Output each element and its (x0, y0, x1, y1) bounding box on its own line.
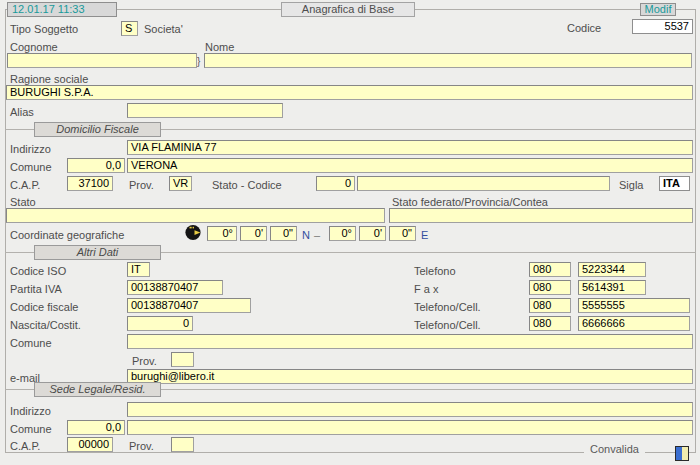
telefono-prefix-field[interactable]: 080 (529, 262, 571, 277)
codice-field[interactable]: 5537 (632, 19, 693, 34)
alias-field[interactable] (127, 103, 283, 118)
stato-codice-name-field[interactable] (357, 176, 610, 191)
cognome-label: Cognome (10, 41, 58, 53)
df-indirizzo-field[interactable]: VIA FLAMINIA 77 (127, 140, 693, 155)
sl-prov-field[interactable] (171, 437, 194, 452)
codice-iso-label: Codice ISO (10, 265, 66, 277)
stato-federato-label: Stato federato/Provincia/Contea (392, 196, 548, 208)
page-title: Anagrafica di Base (281, 2, 415, 17)
tipo-soggetto-label: Tipo Soggetto (10, 23, 78, 35)
lat-min-field[interactable]: 0' (240, 226, 267, 241)
df-comune-field[interactable]: VERONA (127, 158, 693, 173)
df-cap-field[interactable]: 37100 (67, 176, 113, 191)
codice-fiscale-field[interactable]: 00138870407 (127, 298, 251, 313)
lat-sec-field[interactable]: 0" (270, 226, 297, 241)
ad-prov-field[interactable] (171, 352, 194, 367)
email-field[interactable]: burughi@libero.it (127, 369, 693, 384)
cell1-number-field[interactable]: 5555555 (578, 298, 690, 313)
domicilio-fiscale-section-tab: Domicilio Fiscale (34, 122, 161, 137)
fax-label: F a x (414, 283, 438, 295)
telefono-label: Telefono (414, 265, 456, 277)
anagrafica-window: 12.01.17 11:33 Anagrafica di Base Modif … (0, 0, 700, 465)
df-cap-label: C.A.P. (10, 179, 40, 191)
df-prov-field[interactable]: VR (169, 176, 192, 191)
fax-prefix-field[interactable]: 080 (529, 280, 571, 295)
stato-federato-field[interactable] (389, 208, 693, 223)
datetime-box: 12.01.17 11:33 (7, 2, 117, 17)
alias-label: Alias (10, 106, 34, 118)
lon-deg-field[interactable]: 0° (329, 226, 356, 241)
lat-hemisphere-label: N (302, 229, 310, 241)
partita-iva-field[interactable]: 00138870407 (127, 280, 223, 295)
df-indirizzo-label: Indirizzo (10, 143, 51, 155)
sl-comune-label: Comune (10, 423, 52, 435)
stato-codice-field[interactable]: 0 (316, 176, 355, 191)
lon-min-field[interactable]: 0' (359, 226, 386, 241)
lon-hemisphere-label: E (421, 229, 428, 241)
sede-legale-section-tab: Sede Legale/Resid. (34, 382, 161, 397)
cell2-label: Telefono/Cell. (414, 319, 481, 331)
sl-indirizzo-field[interactable] (127, 402, 693, 417)
globe-icon[interactable] (185, 224, 202, 241)
ad-prov-label: Prov. (132, 355, 157, 367)
sl-comune-code-field[interactable]: 0,0 (67, 420, 125, 435)
nascita-field[interactable]: 0 (127, 316, 193, 331)
stato-codice-label: Stato - Codice (212, 179, 282, 191)
sl-indirizzo-label: Indirizzo (10, 405, 51, 417)
ad-comune-label: Comune (10, 337, 52, 349)
modif-badge: Modif (640, 3, 676, 16)
coordinate-dash: – (314, 229, 320, 241)
sl-cap-label: C.A.P. (10, 440, 40, 452)
codice-label: Codice (567, 22, 601, 34)
sl-comune-field[interactable] (127, 420, 693, 435)
partita-iva-label: Partita IVA (10, 283, 62, 295)
df-comune-code-field[interactable]: 0,0 (67, 158, 125, 173)
codice-fiscale-label: Codice fiscale (10, 301, 78, 313)
sigla-field[interactable]: ITA (659, 176, 690, 191)
cognome-field[interactable] (7, 53, 197, 68)
name-separator: } (197, 56, 200, 68)
telefono-number-field[interactable]: 5223344 (578, 262, 646, 277)
ad-comune-field[interactable] (127, 334, 693, 349)
convalida-checkbox[interactable] (675, 446, 689, 461)
stato-field[interactable] (6, 208, 385, 223)
altri-dati-section-tab: Altri Dati (34, 245, 161, 260)
ragione-sociale-label: Ragione sociale (10, 73, 88, 85)
coordinate-label: Coordinate geografiche (10, 229, 124, 241)
ragione-sociale-field[interactable]: BURUGHI S.P.A. (6, 85, 693, 100)
fax-number-field[interactable]: 5614391 (578, 280, 646, 295)
sl-cap-field[interactable]: 00000 (67, 437, 113, 452)
tipo-soggetto-desc: Societa' (144, 23, 183, 35)
nome-label: Nome (205, 41, 234, 53)
convalida-label: Convalida (584, 443, 645, 455)
nascita-label: Nascita/Costit. (10, 319, 81, 331)
cell1-prefix-field[interactable]: 080 (529, 298, 571, 313)
lat-deg-field[interactable]: 0° (207, 226, 237, 241)
cell2-prefix-field[interactable]: 080 (529, 316, 571, 331)
sl-prov-label: Prov. (129, 440, 154, 452)
df-prov-label: Prov. (129, 179, 154, 191)
sigla-label: Sigla (619, 179, 643, 191)
codice-iso-field[interactable]: IT (127, 262, 150, 277)
lon-sec-field[interactable]: 0" (389, 226, 416, 241)
tipo-soggetto-code-field[interactable]: S (121, 21, 138, 36)
cell1-label: Telefono/Cell. (414, 301, 481, 313)
nome-field[interactable] (204, 53, 692, 68)
df-comune-label: Comune (10, 161, 52, 173)
cell2-number-field[interactable]: 6666666 (578, 316, 690, 331)
stato-label: Stato (10, 196, 36, 208)
